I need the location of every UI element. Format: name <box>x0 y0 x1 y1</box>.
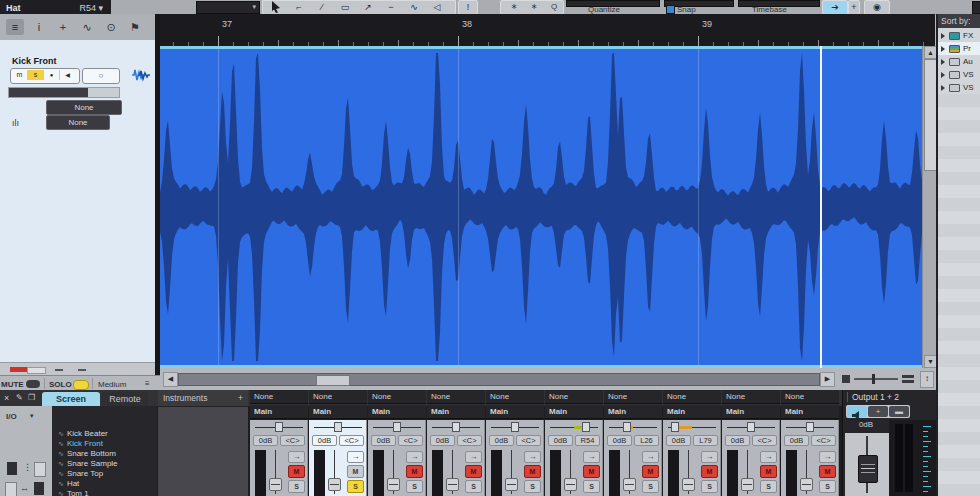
browser-sort-header[interactable]: Sort by: <box>938 14 980 28</box>
browser-item-VS[interactable]: VS <box>938 81 980 94</box>
output-slot[interactable]: Main <box>722 405 780 419</box>
mute-tool[interactable]: − <box>380 1 402 13</box>
expand-icon[interactable] <box>941 85 945 91</box>
output-slot[interactable]: Main <box>545 405 603 419</box>
marker-icon[interactable]: ⚑ <box>126 19 144 35</box>
output-slot[interactable]: Main <box>309 405 367 419</box>
width-button-dark[interactable] <box>34 482 44 495</box>
zoom-in-button[interactable] <box>902 375 914 378</box>
expand-icon[interactable] <box>941 59 945 65</box>
monitor-arrow-button[interactable]: → <box>819 451 836 463</box>
inspector-progress-bar[interactable] <box>8 87 120 98</box>
solo-button[interactable]: s <box>28 70 44 80</box>
hscroll-thumb[interactable] <box>316 375 350 386</box>
hscroll-track[interactable] <box>178 373 820 386</box>
mono-button[interactable]: + <box>868 406 888 417</box>
output-slot[interactable]: Main <box>486 405 544 419</box>
pan-slider-handle[interactable] <box>806 422 814 432</box>
add-instrument-button[interactable]: + <box>238 390 243 406</box>
monitor-arrow-button[interactable]: → <box>642 451 659 463</box>
gain-value-button[interactable]: 0dB <box>430 435 455 446</box>
browser-item-VS[interactable]: VS <box>938 68 980 81</box>
detach-icon[interactable]: ✎ <box>16 393 23 403</box>
paint-tool[interactable]: ↗ <box>357 1 379 13</box>
gain-value-button[interactable]: 0dB <box>489 435 514 446</box>
pan-value-button[interactable]: <C> <box>752 435 777 446</box>
pan-slider-handle[interactable] <box>393 422 401 432</box>
monitor-arrow-button[interactable]: → <box>347 451 364 463</box>
topbar-edge-button[interactable] <box>972 1 980 14</box>
timeline-ruler[interactable]: 373839 <box>160 14 935 46</box>
pan-value-button[interactable]: R54 <box>575 435 600 446</box>
close-icon[interactable]: × <box>4 393 9 403</box>
bend-tool[interactable]: ∿ <box>403 1 425 13</box>
pan-slider-handle[interactable] <box>582 422 590 432</box>
fader-handle[interactable] <box>446 478 459 491</box>
fader-handle[interactable] <box>564 478 577 491</box>
track-list-item[interactable]: ∿Snare Bottom <box>52 449 157 459</box>
pan-slider-handle[interactable] <box>623 422 631 432</box>
track-list-item[interactable]: ∿Snare Top <box>52 469 157 479</box>
fader-handle[interactable] <box>800 478 813 491</box>
channel-mute-button[interactable]: M <box>465 465 482 478</box>
channel-mute-button[interactable]: M <box>642 465 659 478</box>
track-list-item[interactable]: ∿Tom 1 <box>52 489 157 496</box>
arrows-icon[interactable]: ↔ <box>20 483 29 493</box>
gain-value-button[interactable]: 0dB <box>666 435 691 446</box>
channel-mute-button[interactable]: M <box>288 465 305 478</box>
gain-value-button[interactable]: 0dB <box>784 435 809 446</box>
pan-slider-handle[interactable] <box>334 422 342 432</box>
plus-tool-button[interactable]: + <box>848 0 860 15</box>
range-tool[interactable]: ⌐ <box>288 1 310 13</box>
dim-button[interactable]: ▬ <box>889 406 909 417</box>
master-gain-label[interactable]: 0dB <box>843 420 889 432</box>
channel-solo-button[interactable]: S <box>465 480 482 493</box>
monitor-arrow-button[interactable]: → <box>760 451 777 463</box>
output-slot[interactable]: Main <box>604 405 662 419</box>
pan-value-button[interactable]: <C> <box>457 435 482 446</box>
browser-item-Pr[interactable]: Pr <box>938 42 980 55</box>
monitor-arrow-button[interactable]: → <box>406 451 423 463</box>
snap-checkbox[interactable] <box>666 5 675 14</box>
monitor-arrow-button[interactable]: → <box>465 451 482 463</box>
channel-solo-button[interactable]: S <box>701 480 718 493</box>
track-list-item[interactable]: ∿Kick Beater <box>52 429 157 439</box>
insert-slot[interactable]: None <box>309 390 367 404</box>
editor-size-dropdown[interactable]: Medium <box>98 380 126 389</box>
pan-value-button[interactable]: L79 <box>693 435 718 446</box>
track-list-item[interactable]: ∿Snare Sample <box>52 459 157 469</box>
fader-handle[interactable] <box>682 478 695 491</box>
monitor-button[interactable]: ◀ <box>60 70 75 80</box>
tab-screen[interactable]: Screen <box>42 392 100 406</box>
pan-value-button[interactable]: <C> <box>516 435 541 446</box>
monitor-arrow-button[interactable]: → <box>583 451 600 463</box>
output-slot[interactable]: Main <box>368 405 426 419</box>
zoom-full-button[interactable]: ↕ <box>920 371 934 388</box>
mute-button[interactable]: m <box>12 70 28 80</box>
insert-slot[interactable]: None <box>663 390 721 404</box>
window-icon[interactable]: ❐ <box>28 393 35 403</box>
gain-value-button[interactable]: 0dB <box>371 435 396 446</box>
waveform-editor[interactable] <box>160 49 922 365</box>
automation-icon[interactable]: ∿ <box>78 19 96 35</box>
split-tool[interactable]: ∕ <box>311 1 333 13</box>
input-gain-button[interactable]: ○ <box>82 68 120 84</box>
autoscroll-button[interactable]: ➔ <box>822 0 848 15</box>
channel-solo-button[interactable]: S <box>760 480 777 493</box>
pan-slider-handle[interactable] <box>671 422 679 432</box>
zoom-slider[interactable] <box>854 378 898 380</box>
channel-solo-button[interactable]: S <box>406 480 423 493</box>
insert-slot[interactable]: None <box>545 390 603 404</box>
info-icon[interactable]: i <box>30 19 48 35</box>
io-label[interactable]: I/O <box>6 412 17 421</box>
horizontal-scrollbar[interactable]: ◀ ▶ ↕ <box>160 368 935 390</box>
record-button[interactable]: ● <box>44 70 60 80</box>
output-slot[interactable]: Main <box>781 405 839 419</box>
insert-slot[interactable]: None <box>486 390 544 404</box>
output-slot[interactable]: Main <box>663 405 721 419</box>
fader-handle[interactable] <box>741 478 754 491</box>
channel-solo-button[interactable]: S <box>347 480 364 493</box>
master-fader-handle[interactable] <box>858 455 878 483</box>
zoom-out-button[interactable] <box>842 375 850 383</box>
footer-solo-toggle[interactable] <box>73 380 89 390</box>
